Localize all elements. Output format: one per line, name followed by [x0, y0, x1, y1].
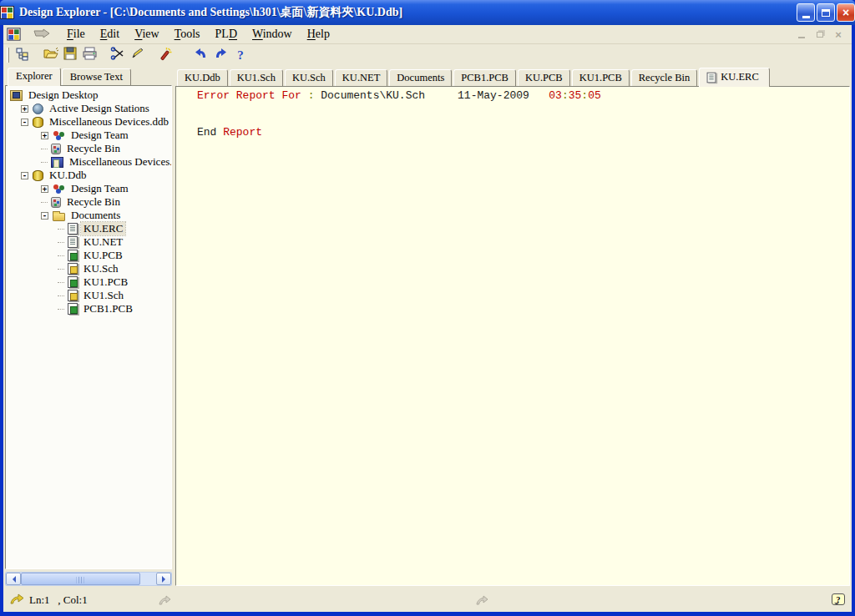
- tree-item-recycle-bin[interactable]: Recycle Bin: [8, 142, 171, 155]
- doc-tab-recycle-bin[interactable]: Recycle Bin: [631, 69, 697, 86]
- collapse-box-icon[interactable]: -: [21, 172, 28, 179]
- tree-connector: [58, 282, 64, 283]
- tree-item-miscellaneous-devices-ddb[interactable]: -Miscellaneous Devices.ddb: [8, 115, 171, 129]
- print-button[interactable]: [80, 46, 100, 64]
- help-balloon-icon[interactable]: ?: [832, 593, 845, 605]
- erc-doc-icon: [707, 72, 716, 83]
- mdi-system-menu-icon[interactable]: [7, 28, 20, 40]
- report-editor[interactable]: Error Report For : Documents\KU.Sch 11-M…: [175, 86, 850, 586]
- tree-item-label: Design Team: [68, 129, 131, 142]
- doc-tab-pcb1-pcb[interactable]: PCB1.PCB: [453, 69, 516, 86]
- doc-tab-ku-net[interactable]: KU.NET: [335, 69, 387, 86]
- tree-item-ku-ddb[interactable]: -KU.Ddb: [8, 169, 171, 182]
- menu-window[interactable]: Window: [245, 26, 300, 43]
- redo-button[interactable]: [210, 46, 230, 64]
- collapse-box-icon[interactable]: -: [41, 212, 48, 220]
- scrollbar-track[interactable]: [140, 573, 156, 585]
- tree-item-recycle-bin[interactable]: Recycle Bin: [8, 195, 171, 209]
- tree-item-design-desktop[interactable]: Design Desktop: [8, 88, 171, 102]
- tree-connector: [41, 149, 48, 149]
- tree-connector: [58, 309, 64, 310]
- doc-tab-ku1-pcb[interactable]: KU1.PCB: [572, 69, 630, 86]
- scrollbar-thumb[interactable]: [21, 573, 140, 585]
- scroll-left-icon: [9, 576, 16, 583]
- doc-tab-label: KU.Ddb: [185, 72, 220, 84]
- undo-button[interactable]: [190, 46, 210, 64]
- help-button[interactable]: ?: [230, 46, 250, 64]
- tree-item-ku-sch[interactable]: KU.Sch: [8, 262, 171, 275]
- open-button[interactable]: [40, 46, 60, 64]
- mdi-close-button[interactable]: ×: [832, 28, 845, 40]
- menu-pld[interactable]: PLD: [208, 26, 245, 43]
- tree-item-label: Active Design Stations: [47, 102, 152, 115]
- save-button[interactable]: [60, 46, 80, 64]
- doc-tab-label: KU.PCB: [525, 72, 563, 84]
- collapse-box-icon[interactable]: -: [21, 119, 28, 126]
- expand-box-icon[interactable]: +: [21, 105, 28, 113]
- doc-tab-label: Recycle Bin: [639, 72, 690, 84]
- tree-item-pcb1-pcb[interactable]: PCB1.PCB: [8, 302, 171, 316]
- minimize-button[interactable]: [797, 3, 815, 22]
- tree-item-ku-net[interactable]: KU.NET: [8, 235, 171, 249]
- mdi-minimize-icon: [798, 37, 805, 38]
- design-tree[interactable]: Design Desktop+Active Design Stations-Mi…: [5, 85, 172, 569]
- draw-button[interactable]: [128, 46, 148, 64]
- wizard-button[interactable]: [155, 46, 175, 64]
- maximize-restore-button[interactable]: [817, 3, 835, 22]
- mdi-restore-button[interactable]: [813, 28, 827, 40]
- close-button[interactable]: ×: [837, 3, 855, 22]
- menu-file[interactable]: File: [59, 26, 93, 43]
- tree-item-ku1-sch[interactable]: KU1.Sch: [8, 289, 171, 302]
- document-panel: KU.DdbKU1.SchKU.SchKU.NETDocumentsPCB1.P…: [175, 68, 850, 586]
- menu-help[interactable]: Help: [300, 26, 337, 43]
- database-icon: [33, 117, 43, 128]
- tree-item-ku-erc[interactable]: KU.ERC: [8, 222, 171, 235]
- explorer-toggle-button[interactable]: [13, 46, 33, 64]
- scroll-right-button[interactable]: [156, 573, 171, 585]
- scissors-icon: [110, 47, 125, 63]
- tree-item-miscellaneous-devices-lib[interactable]: Miscellaneous Devices.lib: [8, 155, 171, 169]
- menu-edit[interactable]: Edit: [93, 26, 127, 43]
- doc-tab-documents[interactable]: Documents: [389, 69, 452, 86]
- sch-doc-icon: [68, 290, 78, 301]
- horizontal-scrollbar[interactable]: [5, 572, 172, 586]
- pcb-doc-icon: [68, 276, 78, 288]
- open-folder-icon: [43, 47, 58, 63]
- tab-browse-text[interactable]: Browse Text: [62, 68, 131, 85]
- doc-tab-ku-sch[interactable]: KU.Sch: [285, 69, 333, 86]
- doc-tab-ku-pcb[interactable]: KU.PCB: [518, 69, 570, 86]
- tree-item-ku-pcb[interactable]: KU.PCB: [8, 249, 171, 262]
- expand-box-icon[interactable]: +: [41, 185, 48, 193]
- tree-item-documents[interactable]: -Documents: [8, 209, 171, 222]
- doc-tab-label: PCB1.PCB: [461, 72, 508, 84]
- report-line: Error Report For : Documents\KU.Sch 11-M…: [197, 90, 846, 103]
- status-bar: Ln:1 , Col:1 ?: [3, 588, 852, 612]
- mdi-minimize-button[interactable]: [795, 28, 808, 40]
- scroll-left-button[interactable]: [6, 573, 21, 585]
- tree-item-design-team[interactable]: +Design Team: [8, 182, 171, 195]
- menu-view[interactable]: View: [127, 26, 167, 43]
- doc-tab-ku1-sch[interactable]: KU1.Sch: [230, 69, 283, 86]
- tree-item-design-team[interactable]: +Design Team: [8, 129, 171, 142]
- menu-tools[interactable]: Tools: [167, 26, 208, 43]
- toolbar-grip[interactable]: [7, 48, 9, 63]
- tab-explorer[interactable]: Explorer: [8, 68, 61, 86]
- doc-tab-label: KU.Sch: [292, 72, 326, 84]
- doc-tab-label: KU1.Sch: [237, 72, 276, 84]
- document-tab-strip: KU.DdbKU1.SchKU.SchKU.NETDocumentsPCB1.P…: [175, 68, 850, 86]
- dropdown-arrow-icon[interactable]: [33, 28, 51, 40]
- tree-item-label: Miscellaneous Devices.lib: [67, 155, 172, 169]
- workspace: ExplorerBrowse Text Design Desktop+Activ…: [3, 66, 852, 588]
- cut-button[interactable]: [108, 46, 128, 64]
- tree-connector: [58, 295, 64, 296]
- titlebar[interactable]: Design Explorer - [C:\Documents and Sett…: [0, 0, 855, 25]
- doc-tab-ku-erc[interactable]: KU.ERC: [699, 68, 770, 87]
- tree-item-label: Design Desktop: [26, 88, 100, 102]
- tree-item-label: KU.PCB: [81, 249, 125, 262]
- tree-item-ku1-pcb[interactable]: KU1.PCB: [8, 275, 171, 289]
- undo-icon: [193, 48, 209, 63]
- expand-box-icon[interactable]: +: [41, 132, 48, 139]
- status-arrow-icon: [10, 593, 24, 608]
- tree-item-active-design-stations[interactable]: +Active Design Stations: [8, 102, 171, 115]
- doc-tab-ku-ddb[interactable]: KU.Ddb: [177, 69, 228, 86]
